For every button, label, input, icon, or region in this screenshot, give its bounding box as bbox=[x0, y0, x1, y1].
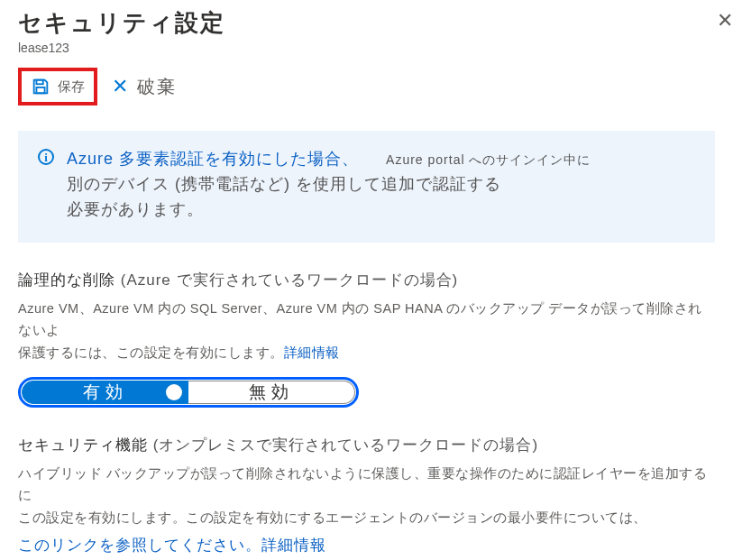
info-text: Azure 多要素認証を有効にした場合、 Azure portal へのサインイ… bbox=[67, 147, 695, 223]
learn-more-link[interactable]: 詳細情報 bbox=[284, 345, 340, 360]
section-title-main: 論理的な削除 bbox=[18, 271, 121, 289]
soft-delete-enable[interactable]: 有効 bbox=[22, 381, 188, 404]
panel-header: セキュリティ設定 lease123 bbox=[18, 0, 715, 55]
soft-delete-disable[interactable]: 無効 bbox=[188, 381, 355, 404]
close-icon: ✕ bbox=[112, 77, 128, 96]
svg-rect-0 bbox=[36, 80, 42, 85]
info-icon: i bbox=[38, 149, 54, 165]
section-title-paren: (Azure で実行されているワークロードの場合) bbox=[121, 271, 458, 289]
reference-link[interactable]: このリンクを参照してください。詳細情報 bbox=[18, 535, 715, 555]
toolbar: 保存 ✕ 破棄 bbox=[18, 68, 715, 106]
section-desc: ハイブリッド バックアップが誤って削除されないように保護し、重要な操作のために認… bbox=[18, 463, 715, 529]
section-soft-delete: 論理的な削除 (Azure で実行されているワークロードの場合) Azure V… bbox=[18, 270, 715, 408]
discard-button[interactable]: ✕ 破棄 bbox=[105, 69, 184, 105]
section-title: セキュリティ機能 (オンプレミスで実行されているワークロードの場合) bbox=[18, 435, 715, 455]
section-security-features: セキュリティ機能 (オンプレミスで実行されているワークロードの場合) ハイブリッ… bbox=[18, 435, 715, 560]
section-desc: Azure VM、Azure VM 内の SQL Server、Azure VM… bbox=[18, 298, 715, 364]
save-icon bbox=[31, 77, 50, 96]
info-banner: i Azure 多要素認証を有効にした場合、 Azure portal へのサイ… bbox=[18, 131, 715, 243]
soft-delete-toggle: 有効 無効 bbox=[18, 377, 359, 408]
section-title: 論理的な削除 (Azure で実行されているワークロードの場合) bbox=[18, 270, 715, 290]
section-title-main: セキュリティ機能 bbox=[18, 436, 153, 454]
discard-label: 破棄 bbox=[137, 75, 177, 99]
info-line2: 別のデバイス (携帯電話など) を使用して追加で認証する bbox=[67, 175, 501, 193]
save-label: 保存 bbox=[58, 78, 85, 96]
panel-title: セキュリティ設定 bbox=[18, 7, 715, 39]
svg-rect-1 bbox=[36, 87, 44, 93]
info-line3: 必要があります。 bbox=[67, 200, 204, 218]
save-button[interactable]: 保存 bbox=[18, 68, 97, 106]
section-title-paren: (オンプレミスで実行されているワークロードの場合) bbox=[153, 436, 538, 454]
close-button[interactable]: ✕ bbox=[717, 11, 733, 31]
info-side-note: Azure portal へのサインイン中に bbox=[386, 152, 591, 167]
panel-subtitle: lease123 bbox=[18, 41, 715, 55]
info-highlight: Azure 多要素認証を有効にした場合、 bbox=[67, 150, 359, 168]
